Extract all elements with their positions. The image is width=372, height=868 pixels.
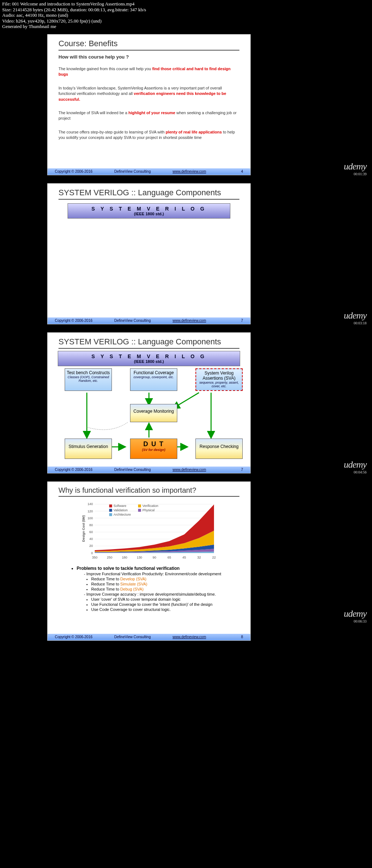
slide-benefits: Course: Benefits How will this course he… <box>47 34 251 175</box>
bullet-list: Problems to solve to tackle functional v… <box>69 566 229 612</box>
bullet: Use Functional Coverage to cover the 'in… <box>91 602 229 607</box>
block-diagram: Test bench ConstructsClasses (OOP), Cons… <box>59 368 239 469</box>
udemy-logo: udemy <box>344 608 367 619</box>
box-functional-coverage: Functional Coveragecovergroup, coverpoin… <box>130 368 177 391</box>
sv-header-title: S Y S T E M V E R I L O G <box>70 206 228 212</box>
svg-text:350: 350 <box>92 556 97 559</box>
svg-rect-37 <box>109 509 112 512</box>
svg-text:32: 32 <box>197 556 201 559</box>
watermark: udemy 00:03:18 <box>344 310 367 325</box>
svg-text:Validation: Validation <box>114 508 128 512</box>
slide-subtitle: How will this course help you ? <box>58 54 239 60</box>
footer-url[interactable]: www.defineview.com <box>173 319 206 323</box>
timestamp: 00:06:33 <box>344 619 367 623</box>
watermark: udemy 00:01:39 <box>344 161 367 176</box>
para: The knowledge of SVA will indeed be a hi… <box>58 110 239 121</box>
box-stimulus-gen: Stimulus Generation <box>65 439 112 459</box>
page-num: 4 <box>241 169 243 173</box>
svg-text:80: 80 <box>89 523 93 527</box>
timestamp: 00:01:39 <box>344 172 367 176</box>
slide-footer: Copyright © 2006-2016 DefineView Consult… <box>48 168 250 175</box>
svg-text:180: 180 <box>122 556 127 559</box>
fi-line: Audio: aac, 44100 Hz, mono (und) <box>2 12 370 18</box>
svg-rect-33 <box>109 504 112 507</box>
para: The course offers step-by-step guide to … <box>58 129 239 141</box>
bullet: Reduce Time to Simulate (SVA) <box>91 582 229 586</box>
slide-footer: Copyright © 2006-2016 DefineView Consult… <box>48 467 250 473</box>
svg-text:90: 90 <box>153 556 156 559</box>
page-num: 7 <box>241 468 243 472</box>
watermark: udemy 00:06:33 <box>344 608 367 623</box>
slide-lang-components-1: SYSTEM VERILOG :: Language Components S … <box>47 183 251 324</box>
file-info: File: 001 Welcome and introduction to Sy… <box>0 0 372 31</box>
box-sva: System Verilog Assertions (SVA)sequence,… <box>195 368 243 391</box>
copyright: Copyright © 2006-2016 <box>55 635 93 639</box>
svg-text:65: 65 <box>167 556 171 559</box>
footer-url[interactable]: www.defineview.com <box>173 169 206 173</box>
slide-footer: Copyright © 2006-2016 DefineView Consult… <box>48 634 250 640</box>
copyright: Copyright © 2006-2016 <box>55 169 93 173</box>
page-num: 8 <box>241 635 243 639</box>
stacked-area-chart: 0204060801001201403502501801309065453222… <box>80 500 218 562</box>
svg-rect-39 <box>138 509 141 512</box>
slide-title: SYSTEM VERILOG :: Language Components <box>58 337 239 349</box>
svg-text:Verification: Verification <box>142 504 158 508</box>
svg-rect-35 <box>138 504 141 507</box>
svg-text:140: 140 <box>88 502 93 506</box>
bullet: User 'cover' of SVA to cover temporal do… <box>91 597 229 601</box>
svg-text:Physical: Physical <box>142 508 154 512</box>
slide-title: Why is functional verification so import… <box>58 486 239 497</box>
svg-text:Software: Software <box>114 504 126 508</box>
slide-verification-importance: Why is functional verification so import… <box>47 481 251 641</box>
svg-text:20: 20 <box>89 544 93 548</box>
para: In today's Verification landscape, Syste… <box>58 85 239 102</box>
watermark: udemy 00:04:56 <box>344 459 367 474</box>
udemy-logo: udemy <box>344 310 367 321</box>
bullet: Reduce Time to Debug (SVA) <box>91 587 229 591</box>
bullet: Improve Functional Verification Producti… <box>84 572 229 576</box>
box-coverage-monitoring: Coverage Monitoring <box>130 404 177 422</box>
sv-header-sub: (IEEE 1800 std.) <box>60 359 238 364</box>
thumbnail-frame-1: Course: Benefits How will this course he… <box>0 31 372 180</box>
company: DefineView Consulting <box>114 319 151 323</box>
company: DefineView Consulting <box>114 169 151 173</box>
timestamp: 00:04:56 <box>344 470 367 474</box>
slide-title: SYSTEM VERILOG :: Language Components <box>58 188 239 200</box>
slide-title: Course: Benefits <box>58 39 239 51</box>
slide-lang-components-2: SYSTEM VERILOG :: Language Components S … <box>47 332 251 473</box>
timestamp: 00:03:18 <box>344 321 367 325</box>
svg-text:250: 250 <box>107 556 112 559</box>
company: DefineView Consulting <box>114 635 151 639</box>
fi-line: Video: h264, yuv420p, 1280x720, 25.00 fp… <box>2 18 370 24</box>
fi-line: File: 001 Welcome and introduction to Sy… <box>2 1 370 7</box>
svg-text:45: 45 <box>182 556 186 559</box>
box-response-check: Response Checking <box>195 439 243 459</box>
svg-text:130: 130 <box>137 556 142 559</box>
svg-text:Design Cost ($M): Design Cost ($M) <box>82 515 85 542</box>
box-testbench: Test bench ConstructsClasses (OOP), Cons… <box>65 368 112 391</box>
slide-footer: Copyright © 2006-2016 DefineView Consult… <box>48 317 250 324</box>
copyright: Copyright © 2006-2016 <box>55 468 93 472</box>
sv-header-sub: (IEEE 1800 std.) <box>70 212 228 216</box>
bullet: Reduce Time to Develop (SVA) <box>91 577 229 581</box>
svg-text:Architecture: Architecture <box>114 513 131 516</box>
thumbnail-frame-2: SYSTEM VERILOG :: Language Components S … <box>0 180 372 329</box>
footer-url[interactable]: www.defineview.com <box>173 635 206 639</box>
svg-text:40: 40 <box>89 537 93 541</box>
bullet: Use Code Coverage to cover structural lo… <box>91 607 229 612</box>
svg-text:100: 100 <box>88 516 93 520</box>
thumbnail-frame-3: SYSTEM VERILOG :: Language Components S … <box>0 329 372 478</box>
footer-url[interactable]: www.defineview.com <box>173 468 206 472</box>
box-dut: D U T(SV for design) <box>130 439 177 459</box>
sv-header-box: S Y S T E M V E R I L O G (IEEE 1800 std… <box>58 351 240 366</box>
svg-text:0: 0 <box>91 551 93 555</box>
svg-text:60: 60 <box>89 530 93 534</box>
fi-line: Size: 21414528 bytes (20.42 MiB), durati… <box>2 7 370 13</box>
sv-header-box: S Y S T E M V E R I L O G (IEEE 1800 std… <box>68 203 230 219</box>
page-num: 7 <box>241 319 243 323</box>
thumbnail-frame-4: Why is functional verification so import… <box>0 478 372 645</box>
sv-header-title: S Y S T E M V E R I L O G <box>60 353 238 359</box>
svg-rect-41 <box>109 513 112 516</box>
copyright: Copyright © 2006-2016 <box>55 319 93 323</box>
fi-line: Generated by Thumbnail me <box>2 24 370 29</box>
